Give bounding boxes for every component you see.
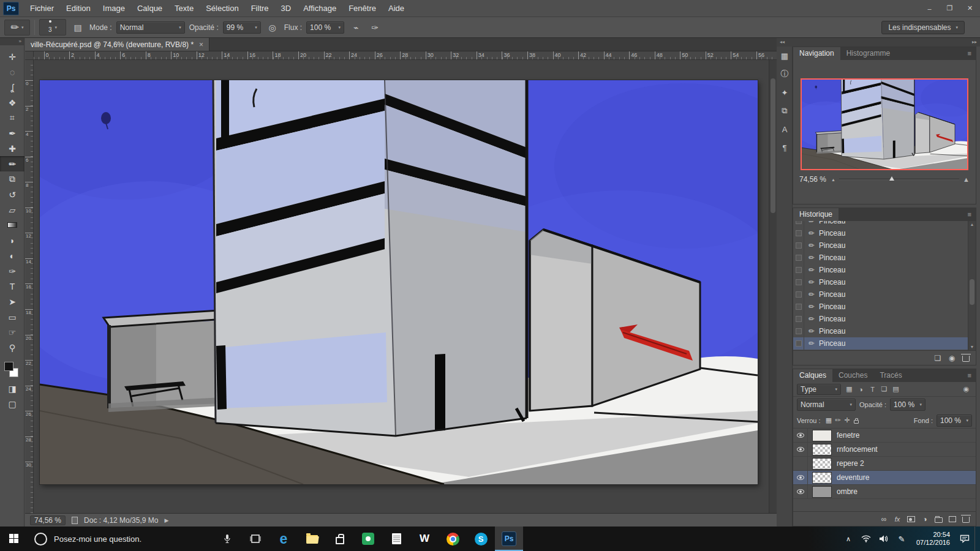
menu-fichier[interactable]: Fichier xyxy=(24,0,60,17)
marquee-tool[interactable]: ◌ xyxy=(0,64,24,80)
history-source-checkbox[interactable] xyxy=(793,313,804,325)
history-state[interactable]: ✏Pinceau xyxy=(793,221,968,227)
restore-button[interactable]: ❐ xyxy=(940,1,960,16)
lock-position-icon[interactable]: ✛ xyxy=(843,416,852,425)
history-source-checkbox[interactable] xyxy=(793,227,804,239)
history-brush-tool[interactable]: ↺ xyxy=(0,187,24,202)
screen-mode-icon[interactable]: ▢ xyxy=(0,396,24,411)
hand-tool[interactable]: ☞ xyxy=(0,324,24,340)
layer-thumbnail[interactable] xyxy=(812,458,832,470)
menu-edition[interactable]: Edition xyxy=(60,0,97,17)
taskbar-chrome[interactable] xyxy=(439,527,467,551)
navigator-zoom-slider[interactable]: ▲ ▲ xyxy=(831,176,970,183)
lasso-tool[interactable]: ʆ xyxy=(0,80,24,95)
visibility-toggle[interactable] xyxy=(793,429,808,442)
toolbar-collapse[interactable]: » xyxy=(0,38,24,45)
brush-settings-panel-icon[interactable]: ✦ xyxy=(777,83,793,102)
adjustment-layer-icon[interactable]: ◑ xyxy=(921,515,929,523)
tray-expand-icon[interactable]: ∧ xyxy=(840,527,856,551)
new-layer-icon[interactable] xyxy=(949,516,956,522)
scroll-down-icon[interactable]: ▼ xyxy=(970,345,974,349)
workspace-switcher[interactable]: Les indispensables ▾ xyxy=(881,21,965,34)
layer-row[interactable]: ombre xyxy=(793,485,976,499)
layer-thumbnail[interactable] xyxy=(812,486,832,498)
filter-shape-icon[interactable]: ❏ xyxy=(878,384,890,395)
paragraph-panel-icon[interactable]: ¶ xyxy=(777,138,793,157)
navigator-thumbnail[interactable] xyxy=(801,78,968,170)
crop-tool[interactable]: ⌗ xyxy=(0,110,24,126)
history-source-checkbox[interactable] xyxy=(793,252,804,264)
history-source-checkbox[interactable] xyxy=(793,288,804,301)
action-center-icon[interactable] xyxy=(957,527,973,551)
taskbar-wapp[interactable]: W xyxy=(410,527,439,551)
status-menu-arrow-icon[interactable]: ▶ xyxy=(164,517,168,523)
eraser-tool[interactable]: ▱ xyxy=(0,202,24,217)
opacity-select[interactable]: 99 %▾ xyxy=(223,21,261,34)
zoom-slider-track[interactable] xyxy=(839,179,959,180)
volume-icon[interactable] xyxy=(876,527,892,551)
history-state[interactable]: ✏Pinceau xyxy=(793,227,968,239)
close-button[interactable]: ✕ xyxy=(960,1,980,16)
tab-couches[interactable]: Couches xyxy=(832,369,873,382)
vertical-scrollbar[interactable] xyxy=(769,60,777,513)
brush-size-picker[interactable]: 3 ▾ xyxy=(39,19,66,36)
layer-filter-toggle-icon[interactable]: ◉ xyxy=(960,384,972,395)
history-source-checkbox[interactable] xyxy=(793,276,804,288)
healing-brush-tool[interactable]: ✚ xyxy=(0,141,24,156)
visibility-toggle[interactable] xyxy=(793,457,808,470)
panel-menu-icon[interactable]: ≡ xyxy=(963,369,976,382)
info-panel-icon[interactable]: ⓘ xyxy=(777,65,793,83)
new-snapshot-icon[interactable]: ◉ xyxy=(948,354,956,362)
collapse-panels-icon[interactable]: ◂◂ xyxy=(780,38,785,47)
history-state[interactable]: ✏Pinceau xyxy=(793,313,968,325)
airbrush-icon[interactable]: ⌁ xyxy=(349,21,363,34)
filter-adjustment-icon[interactable]: ◑ xyxy=(855,384,867,395)
canvas[interactable] xyxy=(40,80,758,484)
tab-traces[interactable]: Tracés xyxy=(873,369,908,382)
scroll-up-icon[interactable]: ▲ xyxy=(970,222,974,227)
blur-tool[interactable]: ◗ xyxy=(0,233,24,248)
menu-aide[interactable]: Aide xyxy=(382,0,410,17)
filter-smart-icon[interactable]: ▤ xyxy=(890,384,902,395)
clone-source-panel-icon[interactable]: ⧉ xyxy=(777,102,793,120)
minimize-button[interactable]: – xyxy=(919,1,940,16)
zoom-slider-thumb[interactable] xyxy=(889,176,894,181)
layer-effects-icon[interactable]: fx xyxy=(894,515,901,523)
navigator-zoom-value[interactable]: 74,56 % xyxy=(799,175,826,184)
dodge-tool[interactable]: ◐ xyxy=(0,248,24,263)
tab-historique[interactable]: Historique xyxy=(793,208,839,221)
foreground-color-swatch[interactable] xyxy=(4,362,13,371)
show-desktop-button[interactable] xyxy=(974,527,978,551)
taskbar-edge[interactable]: e xyxy=(270,527,298,551)
layer-blend-select[interactable]: Normal▾ xyxy=(797,399,856,411)
layer-fill-select[interactable]: 100 %▾ xyxy=(937,414,972,427)
color-panel-icon[interactable]: ▦ xyxy=(777,47,793,65)
history-source-checkbox[interactable] xyxy=(793,325,804,337)
layer-group-icon[interactable] xyxy=(935,517,943,523)
history-source-checkbox[interactable] xyxy=(793,221,804,227)
filter-type-icon[interactable]: T xyxy=(867,384,878,395)
menu-calque[interactable]: Calque xyxy=(131,0,168,17)
history-source-checkbox[interactable] xyxy=(793,301,804,313)
layer-thumbnail[interactable] xyxy=(812,430,832,441)
tab-navigation[interactable]: Navigation xyxy=(793,47,840,60)
taskbar-photoshop[interactable]: Ps xyxy=(495,527,523,551)
canvas-viewport[interactable] xyxy=(34,60,769,513)
scrollbar-thumb[interactable] xyxy=(771,78,775,213)
brush-tool[interactable]: ✏ xyxy=(0,156,24,171)
history-state[interactable]: ✏Pinceau xyxy=(793,325,968,337)
eyedropper-tool[interactable]: ✒ xyxy=(0,126,24,141)
delete-layer-icon[interactable] xyxy=(962,517,970,523)
expand-panels-icon[interactable]: ▸▸ xyxy=(972,38,977,47)
layer-row[interactable]: rnfoncement xyxy=(793,443,976,457)
tab-calques[interactable]: Calques xyxy=(793,369,832,382)
menu-texte[interactable]: Texte xyxy=(168,0,200,17)
history-scrollbar[interactable]: ▲ ▼ xyxy=(968,221,976,350)
quick-mask-icon[interactable]: ◨ xyxy=(0,381,24,396)
taskbar-store[interactable] xyxy=(326,527,354,551)
delete-state-icon[interactable] xyxy=(962,356,970,362)
lock-transparency-icon[interactable]: ▦ xyxy=(824,416,834,425)
lock-all-icon[interactable] xyxy=(852,416,861,425)
new-document-from-state-icon[interactable]: ❏ xyxy=(934,354,941,362)
taskbar-green[interactable] xyxy=(354,527,382,551)
